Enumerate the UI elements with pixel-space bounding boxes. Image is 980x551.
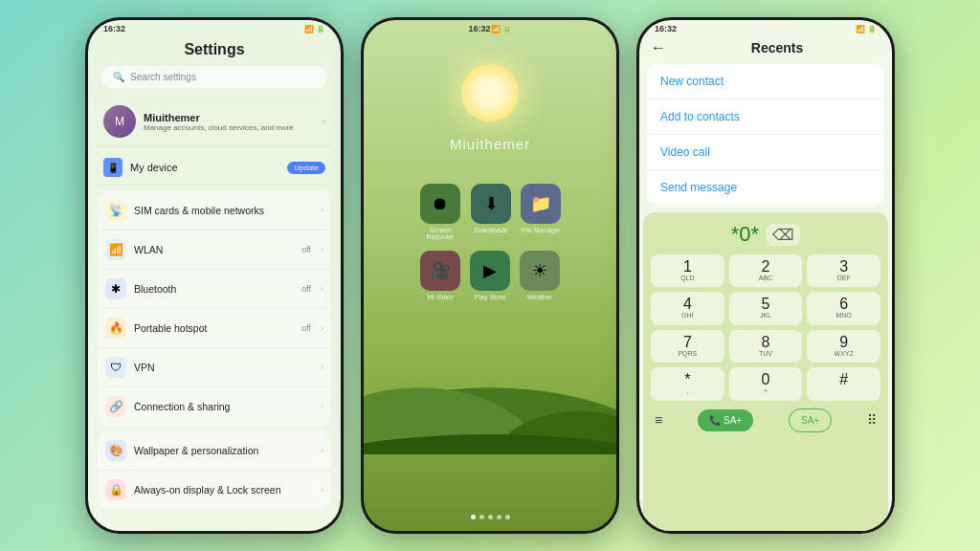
dial-action-bar: ≡ 📞 SA+ SA+ ⠿ — [651, 408, 880, 432]
key-letters: DEF — [811, 275, 877, 282]
downloads-icon: ⬇ — [471, 184, 511, 224]
grid-icon[interactable]: ⠿ — [867, 412, 877, 428]
play-store-label: Play Store — [475, 294, 505, 300]
hotspot-label: Portable hotspot — [134, 322, 294, 334]
app-file-manager[interactable]: 📁 File Manager — [521, 184, 561, 240]
dial-key-star[interactable]: * , — [651, 367, 724, 400]
profile-name: Miuithemer — [144, 112, 315, 123]
network-settings-group: 📡 SIM cards & mobile networks › 📶 WLAN o… — [98, 191, 331, 426]
key-letters: MNO — [811, 312, 877, 320]
backspace-button[interactable]: ⌫ — [767, 224, 800, 246]
app-weather[interactable]: ☀ Weather — [520, 251, 560, 300]
dial-key-6[interactable]: 6 MNO — [807, 292, 880, 324]
key-num: 1 — [655, 259, 721, 275]
dial-key-3[interactable]: 3 DEF — [807, 254, 880, 287]
page-dots — [471, 515, 510, 519]
app-screen-recorder[interactable]: ⏺ Screen Recorder — [419, 184, 461, 240]
connection-label: Connection & sharing — [134, 401, 313, 412]
chevron-icon: › — [321, 446, 323, 455]
key-num: * — [655, 372, 721, 387]
add-to-contacts-option[interactable]: Add to contacts — [647, 99, 884, 135]
dial-key-7[interactable]: 7 PQRS — [651, 330, 724, 363]
key-num: 6 — [811, 297, 877, 312]
status-time-2: 16:32 — [468, 24, 490, 33]
dial-key-2[interactable]: 2 ABC — [729, 254, 803, 287]
send-message-option[interactable]: Send message — [647, 170, 884, 205]
hotspot-setting-item[interactable]: 🔥 Portable hotspot off › — [98, 309, 331, 348]
dial-key-9[interactable]: 9 WXYZ — [807, 330, 880, 363]
sa-plus-outline-label: SA+ — [801, 415, 819, 426]
sa-plus-outline-button[interactable]: SA+ — [789, 408, 832, 432]
vpn-icon: 🛡 — [105, 357, 126, 378]
status-bar-2: 16:32 📶🔋 — [453, 20, 526, 35]
lockscreen-setting-item[interactable]: 🔒 Always-on display & Lock screen › — [98, 471, 331, 509]
chevron-icon: › — [321, 245, 323, 254]
play-store-icon: ▶ — [470, 251, 510, 291]
update-badge[interactable]: Update — [287, 162, 325, 174]
dial-key-8[interactable]: 8 TUV — [729, 330, 803, 363]
status-time-3: 16:32 — [655, 24, 677, 33]
wlan-label: WLAN — [134, 244, 294, 255]
sim-label: SIM cards & mobile networks — [134, 205, 313, 216]
profile-row[interactable]: M Miuithemer Manage accounts, cloud serv… — [98, 98, 331, 146]
wallpaper-icon: 🎨 — [105, 440, 126, 461]
search-icon: 🔍 — [113, 72, 124, 82]
wlan-value: off — [301, 245, 311, 254]
downloads-label: Downloads — [475, 227, 508, 233]
hills-decoration — [364, 340, 616, 454]
app-mi-video[interactable]: 🎥 Mi Video — [420, 251, 460, 300]
weather-label: Weather — [527, 294, 552, 300]
vpn-setting-item[interactable]: 🛡 VPN › — [98, 348, 331, 387]
status-icons-2: 📶🔋 — [491, 25, 512, 33]
phone-home: 16:32 📶🔋 Miuithemer ⏺ Screen Recorder ⬇ — [361, 17, 619, 534]
status-time-1: 16:32 — [103, 24, 125, 33]
dial-number: *0* — [731, 222, 759, 247]
app-play-store[interactable]: ▶ Play Store — [470, 251, 510, 300]
dot-5 — [505, 515, 510, 519]
dial-key-5[interactable]: 5 JKL — [729, 292, 803, 324]
chevron-icon: › — [321, 485, 323, 495]
search-bar[interactable]: 🔍 Search settings — [101, 66, 327, 88]
chevron-icon: › — [321, 323, 323, 333]
chevron-icon: › — [321, 206, 323, 215]
lockscreen-label: Always-on display & Lock screen — [134, 484, 313, 496]
search-placeholder: Search settings — [130, 72, 196, 82]
settings-content: M Miuithemer Manage accounts, cloud serv… — [88, 98, 341, 531]
device-label: My device — [130, 162, 287, 173]
dial-key-1[interactable]: 1 QLD — [651, 254, 724, 287]
wlan-setting-item[interactable]: 📶 WLAN off › — [98, 231, 331, 270]
dial-display: *0* ⌫ — [731, 222, 800, 247]
key-num: 0 — [733, 372, 799, 387]
wallpaper-setting-item[interactable]: 🎨 Wallpaper & personalization › — [98, 431, 331, 471]
call-sa-plus-button[interactable]: 📞 SA+ — [698, 409, 753, 431]
lockscreen-icon: 🔒 — [105, 479, 126, 500]
status-bar-3: 16:32 📶🔋 — [639, 20, 892, 35]
dial-key-hash[interactable]: # — [807, 367, 880, 400]
dialpad-grid: 1 QLD 2 ABC 3 DEF 4 GHI — [651, 254, 880, 401]
key-num: # — [811, 372, 877, 387]
dial-key-4[interactable]: 4 GHI — [651, 292, 724, 324]
menu-icon[interactable]: ≡ — [655, 412, 662, 428]
mi-video-label: Mi Video — [427, 294, 453, 300]
app-icons-row-1: ⏺ Screen Recorder ⬇ Downloads 📁 File Man… — [400, 184, 580, 240]
key-letters: WXYZ — [811, 350, 877, 358]
my-device-row[interactable]: 📱 My device Update — [98, 150, 331, 186]
key-num: 5 — [733, 297, 799, 312]
bluetooth-icon: ✱ — [105, 278, 126, 299]
connection-setting-item[interactable]: 🔗 Connection & sharing › — [98, 387, 331, 426]
phone-settings: 16:32 📶🔋 Settings 🔍 Search settings M Mi… — [85, 17, 344, 534]
new-contact-option[interactable]: New contact — [647, 64, 884, 99]
profile-subtitle: Manage accounts, cloud services, and mor… — [144, 123, 315, 132]
sim-setting-item[interactable]: 📡 SIM cards & mobile networks › — [98, 191, 331, 231]
key-letters: QLD — [655, 275, 721, 282]
dial-key-0[interactable]: 0 + — [729, 367, 803, 400]
app-downloads[interactable]: ⬇ Downloads — [471, 184, 511, 240]
bluetooth-setting-item[interactable]: ✱ Bluetooth off › — [98, 270, 331, 309]
chevron-icon: › — [321, 363, 323, 372]
video-call-option[interactable]: Video call — [647, 135, 884, 170]
back-button[interactable]: ← — [651, 39, 666, 56]
recents-title: Recents — [674, 40, 880, 55]
key-num: 2 — [733, 259, 799, 275]
key-num: 9 — [811, 335, 877, 350]
call-icon: 📞 — [709, 415, 721, 426]
